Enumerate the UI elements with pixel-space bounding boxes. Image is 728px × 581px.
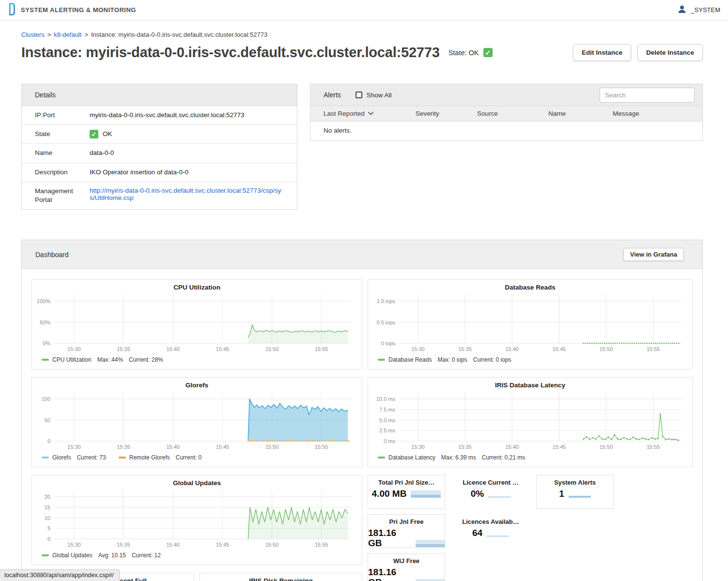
stat-sparkline	[488, 496, 511, 498]
detail-value: myiris-data-0-0.iris-svc.default.svc.clu…	[90, 111, 289, 120]
app-logo-icon	[8, 3, 15, 17]
state-value-text: OK	[103, 130, 112, 138]
svg-text:15:55: 15:55	[315, 444, 328, 450]
svg-text:100: 100	[42, 396, 50, 402]
svg-text:10.0 ms: 10.0 ms	[376, 396, 396, 402]
details-row-description: Description IKO Operator insertion of da…	[22, 163, 297, 182]
detail-label: Name	[35, 149, 90, 157]
dashboard-header-label: Dashboard	[35, 251, 69, 259]
svg-text:15:40: 15:40	[505, 346, 519, 352]
app-title: SYSTEM ALERTING & MONITORING	[21, 6, 136, 14]
alerts-column-headers: Last Reported Severity Source Name Messa…	[310, 106, 702, 122]
stats-grid: Total Pri Jnl Size…4.00 MBLicence Curren…	[368, 475, 693, 581]
stat-wij-free: WIJ Free181.16 GB	[368, 553, 445, 581]
legend-item: GlorefsCurrent: 73	[42, 454, 106, 461]
view-in-grafana-button[interactable]: View in Grafana	[623, 248, 684, 261]
info-section: Details IP:Port myiris-data-0-0.iris-svc…	[21, 84, 703, 210]
detail-value: IKO Operator insertion of data-0-0	[90, 168, 289, 177]
chart-canvas: 15:3015:3515:4015:4515:5015:55050100	[32, 389, 362, 452]
edit-instance-button[interactable]: Edit Instance	[573, 44, 631, 61]
user-name: _SYSTEM	[691, 6, 720, 14]
chart-canvas: 15:3015:3515:4015:4515:5015:550 ms2.5 ms…	[368, 389, 692, 452]
breadcrumb-clusters[interactable]: Clusters	[21, 31, 45, 38]
detail-value: data-0-0	[90, 149, 289, 157]
legend-swatch-icon	[378, 457, 385, 459]
legend-item: CPU UtilizationMax: 44%Current: 28%	[42, 356, 163, 363]
svg-text:15:45: 15:45	[216, 346, 230, 352]
svg-text:15:30: 15:30	[67, 346, 81, 352]
checkbox-icon	[356, 92, 362, 98]
svg-text:15:45: 15:45	[216, 542, 230, 548]
user-icon	[677, 4, 687, 16]
svg-text:15:55: 15:55	[315, 346, 328, 352]
svg-text:100%: 100%	[37, 298, 50, 304]
legend-swatch-icon	[119, 457, 126, 459]
user-menu[interactable]: _SYSTEM	[677, 4, 720, 16]
svg-text:15:40: 15:40	[166, 444, 180, 450]
column-last-reported[interactable]: Last Reported	[324, 110, 416, 117]
chart-title: IRIS Database Latency	[368, 378, 692, 389]
svg-text:15:35: 15:35	[117, 444, 130, 450]
stat-title: Pri Jnl Free	[368, 515, 445, 525]
svg-text:15:30: 15:30	[411, 346, 425, 352]
details-rows: IP:Port myiris-data-0-0.iris-svc.default…	[22, 106, 297, 209]
stat-title: Licence Current …	[452, 475, 529, 486]
detail-label: Management Portal	[35, 187, 90, 204]
breadcrumb-cluster-k8-default[interactable]: k8-default	[54, 31, 81, 38]
alerts-search-input[interactable]	[600, 88, 695, 103]
svg-text:50: 50	[45, 417, 50, 423]
alerts-header: Alerts Show All	[310, 84, 702, 106]
dashboard-grid: CPU Utilization15:3015:3515:4015:4515:50…	[31, 279, 693, 581]
legend-swatch-icon	[42, 457, 49, 459]
stat-body: 4.00 MB	[368, 489, 445, 499]
stat-sparkline	[569, 496, 591, 498]
svg-text:15: 15	[45, 505, 50, 510]
svg-text:15:30: 15:30	[411, 444, 425, 450]
svg-text:15:50: 15:50	[600, 444, 613, 450]
svg-text:15:55: 15:55	[647, 444, 660, 450]
svg-text:5.0 ms: 5.0 ms	[379, 417, 396, 423]
stat-title: Licences Availab…	[452, 515, 529, 525]
chart-legend: GlorefsCurrent: 73Remote GlorefsCurrent:…	[32, 454, 362, 461]
svg-text:15:30: 15:30	[67, 542, 81, 548]
svg-text:15:55: 15:55	[647, 346, 660, 352]
svg-text:0 iops: 0 iops	[381, 340, 396, 346]
column-label: Last Reported	[324, 110, 365, 117]
stat-licences-availab: Licences Availab…64	[452, 514, 529, 548]
details-row-management-portal: Management Portal http://myiris-data-0-0…	[22, 182, 297, 209]
chart-legend: Database LatencyMax: 6.39 msCurrent: 0.2…	[368, 454, 692, 461]
svg-text:15:30: 15:30	[67, 444, 81, 450]
column-name: Name	[548, 110, 613, 117]
stat-sparkline	[411, 490, 441, 498]
column-severity: Severity	[416, 110, 477, 117]
stat-value: 181.16 GB	[368, 567, 411, 581]
stat-sparkline	[487, 535, 509, 537]
alerts-empty-message: No alerts.	[310, 122, 702, 140]
delete-instance-button[interactable]: Delete Instance	[637, 44, 703, 61]
legend-item: Global UpdatesAvg: 10.15Current: 12	[42, 552, 161, 559]
svg-text:15:40: 15:40	[505, 444, 519, 450]
chart-legend: CPU UtilizationMax: 44%Current: 28%	[32, 356, 362, 363]
chart-legend: Database ReadsMax: 0 iopsCurrent: 0 iops	[368, 356, 692, 363]
detail-label: Description	[35, 168, 90, 177]
legend-item: Database ReadsMax: 0 iopsCurrent: 0 iops	[378, 356, 511, 363]
chart-database-reads: Database Reads15:3015:3515:4015:4515:501…	[368, 279, 693, 369]
topbar-left: SYSTEM ALERTING & MONITORING	[8, 3, 136, 17]
stat-body: 64	[452, 528, 529, 538]
dashboard-header: Dashboard View in Grafana	[22, 240, 702, 268]
details-row-state: State ✓ OK	[22, 125, 297, 144]
svg-text:15:55: 15:55	[315, 542, 328, 548]
stat-pri-jnl-free: Pri Jnl Free181.16 GB	[368, 514, 445, 548]
svg-text:15:40: 15:40	[166, 542, 180, 548]
show-all-checkbox[interactable]: Show All	[356, 92, 392, 99]
details-row-name: Name data-0-0	[22, 144, 297, 163]
stat-body: 1	[537, 489, 613, 499]
svg-text:15:40: 15:40	[166, 346, 180, 352]
chart-legend: Global UpdatesAvg: 10.15Current: 12	[32, 551, 362, 559]
svg-text:20: 20	[45, 494, 50, 500]
stat-value: 181.16 GB	[368, 528, 411, 548]
management-portal-link[interactable]: http://myiris-data-0-0.iris-svc.default.…	[90, 187, 283, 201]
chart-title: Glorefs	[32, 378, 362, 389]
legend-item: Remote GlorefsCurrent: 0	[119, 454, 201, 461]
stat-licence-current: Licence Current …0%	[452, 475, 529, 509]
